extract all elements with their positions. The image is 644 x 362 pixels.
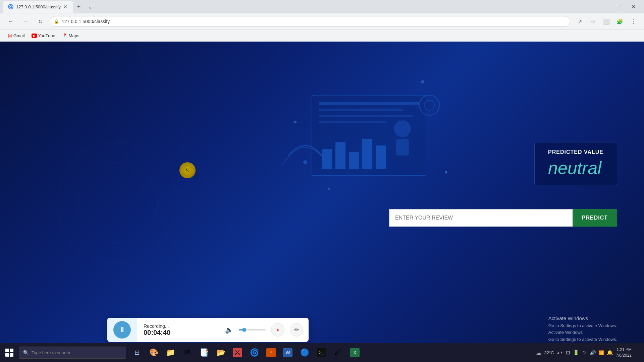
taskbar-pinned-apps: ⊟ 🎨 📁 ✉ 📑 📂 ⚔ 🌀 P W 🔵 xyxy=(129,343,363,362)
address-bar[interactable]: 🔒 127.0.0.1:5000/classify xyxy=(50,16,570,27)
taskbar-search[interactable]: 🔍 Type here to search xyxy=(19,347,126,359)
svg-point-17 xyxy=(394,120,411,137)
predict-button[interactable]: PREDICT xyxy=(573,209,617,227)
volume-icon[interactable]: 🔈 xyxy=(225,326,233,334)
office-icon: 📑 xyxy=(199,348,209,357)
taskbar-app-terminal[interactable]: >_ xyxy=(313,343,329,362)
tab-list-button[interactable]: ⌄ xyxy=(85,0,96,13)
maximize-button[interactable]: ⬜ xyxy=(610,0,626,13)
profile-button[interactable]: ⬜ xyxy=(601,16,612,27)
taskbar-app-red[interactable]: ⚔ xyxy=(229,343,246,362)
taskbar-app-edge[interactable]: 🌀 xyxy=(246,343,262,362)
taskbar: 🔍 Type here to search ⊟ 🎨 📁 ✉ 📑 📂 ⚔ 🌀 xyxy=(0,343,644,362)
background-svg xyxy=(0,42,644,362)
bookmark-youtube[interactable]: ▶ YouTube xyxy=(29,32,58,40)
taskbar-system-tray: ☁ 32°C ▲▼ ⊡ 🔋 🏳 🔊 📶 🔔 1:21 PM 7/6/2022 xyxy=(531,347,644,358)
taskbar-app-word[interactable]: W xyxy=(280,343,296,362)
onedrive-icon[interactable]: ☁ xyxy=(536,350,541,356)
activate-line2: Go to Settings to activate Windows. xyxy=(548,322,617,329)
svg-point-25 xyxy=(421,80,424,83)
tray-icon-1[interactable]: ⊡ xyxy=(566,350,570,356)
minimize-button[interactable]: ─ xyxy=(595,0,610,13)
bookmark-maps[interactable]: 📍 Maps xyxy=(59,32,82,40)
taskbar-app-explorer[interactable]: 📁 xyxy=(162,343,178,362)
start-button[interactable] xyxy=(0,343,19,362)
network-icon[interactable]: 📶 xyxy=(599,350,604,355)
taskbar-app-excel[interactable]: X xyxy=(347,343,363,362)
taskbar-search-icon: 🔍 xyxy=(23,350,29,355)
svg-rect-11 xyxy=(319,121,386,123)
volume-dot xyxy=(242,328,246,332)
taskbar-app-chrome[interactable]: 🔵 xyxy=(297,343,313,362)
mail-icon: ✉ xyxy=(182,348,192,357)
tab-favicon xyxy=(8,4,13,9)
svg-rect-14 xyxy=(349,152,359,169)
bookmark-button[interactable]: ☆ xyxy=(588,16,598,27)
svg-point-5 xyxy=(57,142,178,263)
pause-wrapper: ⏸ xyxy=(107,318,137,342)
pen-app-icon: 🖊 xyxy=(333,348,343,357)
activate-line3: Activate Windows xyxy=(548,329,617,336)
extensions-button[interactable]: 🧩 xyxy=(614,16,625,27)
volume-bar[interactable] xyxy=(239,329,266,330)
youtube-icon: ▶ xyxy=(32,34,37,38)
browser-tab[interactable]: 127.0.0.1:5000/classify ✕ xyxy=(3,1,73,13)
volume-system-icon[interactable]: 🔊 xyxy=(590,350,596,356)
reload-button[interactable]: ↻ xyxy=(35,16,46,27)
maps-icon: 📍 xyxy=(62,33,67,38)
temperature-display: 32°C xyxy=(544,350,554,355)
app-colorful-icon: 🎨 xyxy=(149,348,158,357)
svg-rect-12 xyxy=(322,149,332,169)
taskbar-app-filemanager[interactable]: 📂 xyxy=(213,343,229,362)
network-arrows-icon: ▲▼ xyxy=(556,351,563,354)
svg-point-22 xyxy=(294,121,297,123)
windows-logo-icon xyxy=(5,349,13,357)
battery-icon[interactable]: 🔋 xyxy=(573,350,579,356)
pause-button[interactable]: ⏸ xyxy=(113,321,131,339)
powerpoint-icon: P xyxy=(266,348,276,357)
youtube-label: YouTube xyxy=(38,33,55,38)
new-tab-button[interactable]: + xyxy=(74,2,84,11)
recording-status: Recording... xyxy=(144,323,213,329)
window-controls: ─ ⬜ ✕ xyxy=(595,0,641,13)
chrome-icon: 🔵 xyxy=(300,348,309,357)
explorer-icon: 📁 xyxy=(166,348,175,357)
system-icons: ☁ 32°C ▲▼ ⊡ 🔋 🏳 🔊 📶 🔔 xyxy=(536,350,613,356)
svg-point-1 xyxy=(10,6,11,7)
edge-icon: 🌀 xyxy=(250,348,259,357)
activate-line4: Go to Settings to activate Windows. xyxy=(548,336,617,343)
task-view-icon: ⊟ xyxy=(132,348,142,357)
svg-rect-18 xyxy=(396,139,409,156)
word-icon: W xyxy=(283,348,292,357)
recording-info: Recording... 00:04:40 xyxy=(137,321,220,339)
taskbar-app-mail[interactable]: ✉ xyxy=(179,343,195,362)
taskbar-app-office[interactable]: 📑 xyxy=(196,343,212,362)
pause-icon: ⏸ xyxy=(118,325,126,334)
security-icon[interactable]: 🏳 xyxy=(582,350,587,356)
pen-button[interactable]: ✏ xyxy=(290,323,303,337)
secure-icon: 🔒 xyxy=(54,19,59,24)
bookmark-gmail[interactable]: M Gmail xyxy=(5,32,28,40)
record-dot-button[interactable]: ● xyxy=(271,323,284,337)
terminal-icon: >_ xyxy=(317,348,326,357)
back-button[interactable]: ← xyxy=(5,16,16,27)
review-input[interactable] xyxy=(389,209,573,227)
browser-chrome: 127.0.0.1:5000/classify ✕ + ⌄ ─ ⬜ ✕ ← → … xyxy=(0,0,644,42)
svg-rect-7 xyxy=(312,95,426,176)
taskbar-app-pen[interactable]: 🖊 xyxy=(330,343,346,362)
gmail-icon: M xyxy=(8,33,12,39)
recording-controls: 🔈 ● ✏ xyxy=(220,323,309,337)
toolbar-icons: ↗ ☆ ⬜ 🧩 ⋮ xyxy=(574,16,639,27)
svg-line-2 xyxy=(67,42,235,362)
taskbar-task-view[interactable]: ⊟ xyxy=(129,343,145,362)
menu-button[interactable]: ⋮ xyxy=(628,16,639,27)
close-button[interactable]: ✕ xyxy=(626,0,641,13)
share-button[interactable]: ↗ xyxy=(574,16,585,27)
notification-icon[interactable]: 🔔 xyxy=(607,350,613,356)
taskbar-clock[interactable]: 1:21 PM 7/6/2022 xyxy=(616,347,632,358)
taskbar-app-powerpoint[interactable]: P xyxy=(263,343,279,362)
tab-close-button[interactable]: ✕ xyxy=(63,4,67,9)
taskbar-app-colorful[interactable]: 🎨 xyxy=(146,343,162,362)
record-dot-icon: ● xyxy=(276,327,279,333)
taskbar-time-display: 1:21 PM xyxy=(616,347,632,353)
